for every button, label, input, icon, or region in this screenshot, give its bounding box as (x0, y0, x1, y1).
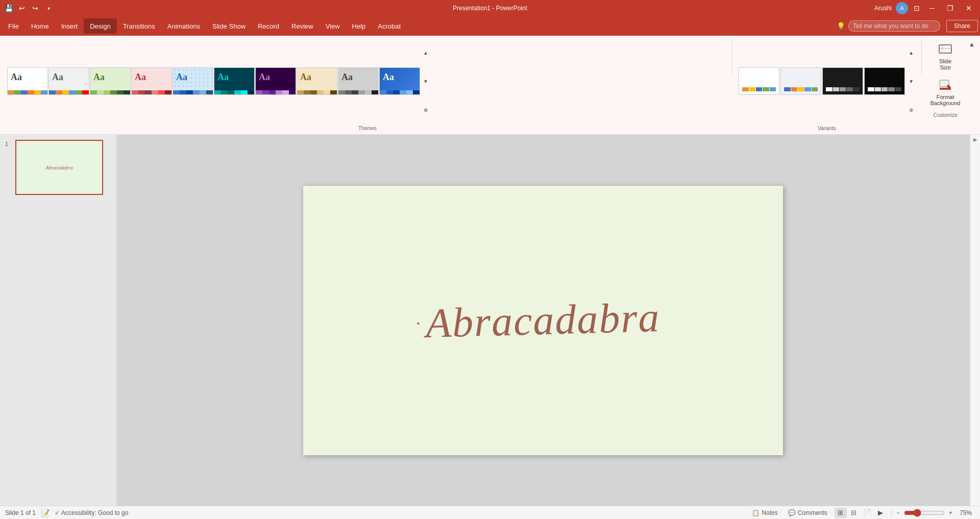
title-bar: 💾 ↩ ↪ ▾ Presentation1 - PowerPoint Arush… (0, 0, 980, 16)
menu-bar: File Home Insert Design Transitions Anim… (0, 16, 980, 36)
comments-icon: 💬 (788, 509, 796, 516)
themes-label: Themes (358, 126, 377, 131)
slide-thumbnail-text: Abracadabra (45, 165, 72, 170)
ribbon: Aa Aa Aa Aa (0, 36, 980, 135)
title-bar-title: Presentation1 - PowerPoint (453, 5, 527, 12)
title-bar-left: 💾 ↩ ↪ ▾ (4, 4, 53, 13)
theme-9[interactable]: Aa (338, 67, 379, 95)
menu-home[interactable]: Home (25, 18, 55, 34)
theme-4[interactable]: Aa (131, 67, 172, 95)
slide-main-text[interactable]: • Abracadabra (425, 293, 661, 348)
main-content: 1 Abracadabra • Abracadabra ▶ (0, 135, 980, 506)
menu-review[interactable]: Review (285, 18, 320, 34)
slide-canvas[interactable]: • Abracadabra (303, 186, 783, 455)
slide-number-1: 1 (5, 141, 12, 147)
themes-expand[interactable]: ⊕ (422, 96, 430, 123)
menu-animations[interactable]: Animations (161, 18, 206, 34)
theme-7[interactable]: Aa (255, 67, 296, 95)
slide-panel: 1 Abracadabra (0, 135, 116, 506)
svg-rect-2 (940, 88, 951, 90)
accessibility-icon: ✓ (55, 509, 60, 516)
restore-button[interactable]: ❐ (943, 2, 958, 14)
share-button[interactable]: Share (946, 20, 978, 32)
slide-thumbnail-1[interactable]: Abracadabra (15, 140, 103, 195)
menu-design[interactable]: Design (84, 18, 116, 34)
customize-label: Customize (933, 112, 957, 118)
theme-6[interactable]: Aa (214, 67, 255, 95)
svg-rect-0 (939, 45, 951, 53)
title-bar-right: Arushi A ⊡ ─ ❐ ✕ (874, 2, 976, 14)
menu-file[interactable]: File (2, 18, 25, 34)
notes-icon: 📋 (752, 509, 760, 516)
redo-icon[interactable]: ↪ (31, 4, 40, 13)
ribbon-collapse-button[interactable]: ▲ (969, 41, 975, 48)
reading-view-button[interactable]: 📄 (861, 508, 873, 518)
view-buttons: ⊞ ⊟ 📄 ▶ (835, 508, 887, 518)
theme-5[interactable]: Aa (173, 67, 213, 95)
close-button[interactable]: ✕ (962, 2, 976, 14)
zoom-plus-icon[interactable]: + (949, 509, 952, 516)
theme-1[interactable]: Aa (7, 67, 48, 95)
themes-scroll-up[interactable]: ▲ (422, 39, 430, 66)
slide-sorter-button[interactable]: ⊟ (848, 508, 860, 518)
theme-2[interactable]: Aa (48, 67, 89, 95)
variants-scroll-up[interactable]: ▲ (907, 39, 915, 66)
slide-size-label: Slide Size (939, 58, 951, 70)
themes-scroll-down[interactable]: ▼ (422, 67, 430, 95)
variants-label: Variants (818, 126, 836, 131)
lightbulb-icon: 💡 (837, 22, 845, 30)
minimize-button[interactable]: ─ (925, 2, 939, 14)
theme-10[interactable]: Aa (379, 67, 420, 95)
separator: | (891, 509, 892, 516)
zoom-level-button[interactable]: 75% (957, 508, 975, 517)
customize-qat-icon[interactable]: ▾ (44, 4, 53, 13)
notes-button[interactable]: 📋 Notes (749, 508, 780, 517)
search-input[interactable] (848, 20, 940, 32)
status-left: Slide 1 of 1 📝 ✓ Accessibility: Good to … (5, 509, 128, 517)
format-background-button[interactable]: Format Background (928, 75, 963, 108)
user-name: Arushi (874, 5, 892, 12)
variants-scroll-down[interactable]: ▼ (907, 67, 915, 95)
slideshow-button[interactable]: ▶ (874, 508, 887, 518)
variant-1[interactable] (739, 67, 779, 95)
format-background-icon (937, 77, 953, 93)
format-background-label: Format Background (930, 94, 961, 106)
right-panel: ▶ (970, 135, 980, 506)
save-icon[interactable]: 💾 (4, 4, 13, 13)
zoom-slider[interactable] (904, 509, 945, 517)
right-panel-arrow[interactable]: ▶ (973, 137, 977, 142)
variant-3[interactable] (822, 67, 863, 95)
canvas-area: • Abracadabra (116, 135, 970, 506)
menu-transitions[interactable]: Transitions (117, 18, 161, 34)
menu-insert[interactable]: Insert (55, 18, 84, 34)
slide-view-notes-icon[interactable]: 📝 (41, 509, 50, 517)
status-right: 📋 Notes 💬 Comments ⊞ ⊟ 📄 ▶ | − + 75% (749, 508, 975, 518)
zoom-minus-icon[interactable]: − (896, 509, 900, 516)
normal-view-button[interactable]: ⊞ (835, 508, 847, 518)
variants-expand[interactable]: ⊕ (907, 96, 915, 123)
menu-acrobat[interactable]: Acrobat (372, 18, 407, 34)
variant-4[interactable] (864, 67, 905, 95)
status-bar: Slide 1 of 1 📝 ✓ Accessibility: Good to … (0, 506, 980, 519)
user-avatar[interactable]: A (896, 2, 908, 14)
menu-record[interactable]: Record (252, 18, 285, 34)
slide-info: Slide 1 of 1 (5, 509, 36, 516)
menu-help[interactable]: Help (346, 18, 372, 34)
variant-2[interactable] (780, 67, 821, 95)
theme-3[interactable]: Aa (90, 67, 131, 95)
menu-slideshow[interactable]: Slide Show (206, 18, 252, 34)
theme-8[interactable]: Aa (297, 67, 337, 95)
slide-size-button[interactable]: Slide Size (928, 39, 963, 72)
menu-view[interactable]: View (320, 18, 346, 34)
menu-search-area: 💡 (837, 20, 940, 32)
customize-section: Slide Size Format Background Customize (924, 39, 967, 118)
accessibility-status: ✓ Accessibility: Good to go (55, 509, 128, 516)
display-options-icon[interactable]: ⊡ (912, 4, 921, 13)
undo-icon[interactable]: ↩ (17, 4, 27, 13)
comments-button[interactable]: 💬 Comments (785, 508, 830, 517)
slide-size-icon (937, 41, 953, 57)
slide-item-1[interactable]: 1 Abracadabra (5, 140, 111, 195)
